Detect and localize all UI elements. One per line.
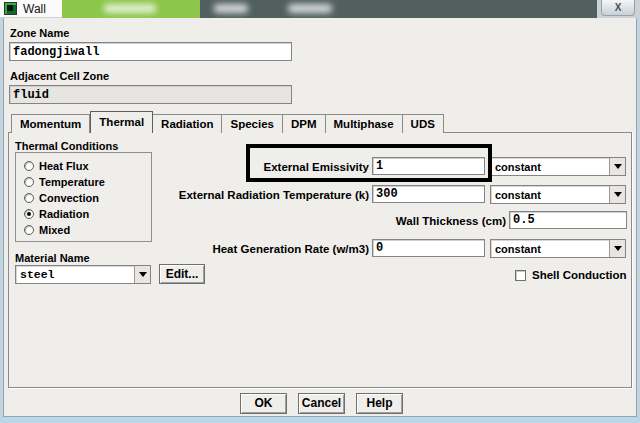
- external-radiation-temperature-method-dropdown[interactable]: constant: [490, 185, 626, 204]
- cancel-button[interactable]: Cancel: [298, 393, 345, 414]
- video-overlay-dark: [200, 0, 597, 19]
- dropdown-arrow-icon[interactable]: [609, 240, 625, 257]
- shell-conduction-checkbox[interactable]: [515, 270, 526, 281]
- tab-species[interactable]: Species: [222, 114, 282, 133]
- blurred-text-blob: [104, 4, 156, 13]
- radio-radiation[interactable]: Radiation: [24, 207, 89, 221]
- dropdown-arrow-icon[interactable]: [134, 266, 150, 283]
- fluent-app-icon: [4, 2, 17, 15]
- window-title: Wall: [23, 2, 46, 16]
- screen: Wall X Zone Name Adjacent Cell Zone Mome…: [0, 0, 640, 423]
- tab-momentum[interactable]: Momentum: [11, 114, 90, 133]
- radio-icon[interactable]: [24, 161, 34, 171]
- title-bar: Wall X: [0, 0, 640, 18]
- external-emissivity-label: External Emissivity: [154, 161, 369, 173]
- tab-multiphase[interactable]: Multiphase: [326, 114, 403, 133]
- blurred-text-blob: [288, 4, 332, 13]
- edit-material-button[interactable]: Edit...: [159, 264, 205, 284]
- thermal-conditions-label: Thermal Conditions: [15, 140, 118, 152]
- tab-uds[interactable]: UDS: [403, 114, 444, 133]
- ok-button[interactable]: OK: [240, 393, 287, 414]
- desktop-edge: [0, 417, 640, 423]
- tab-dpm[interactable]: DPM: [283, 114, 326, 133]
- tab-thermal[interactable]: Thermal: [90, 111, 153, 133]
- external-emissivity-input[interactable]: [372, 157, 485, 175]
- external-radiation-temperature-label: External Radiation Temperature (k): [154, 189, 369, 201]
- radio-icon[interactable]: [24, 225, 34, 235]
- adjacent-cell-zone-label: Adjacent Cell Zone: [10, 70, 109, 82]
- thermal-conditions-group: Heat Flux Temperature Convection Radiati…: [15, 152, 152, 242]
- tab-strip: Momentum Thermal Radiation Species DPM M…: [11, 111, 444, 133]
- shell-conduction-label: Shell Conduction: [532, 269, 627, 281]
- radio-heat-flux[interactable]: Heat Flux: [24, 159, 89, 173]
- shell-conduction-row[interactable]: Shell Conduction: [515, 269, 627, 281]
- dropdown-arrow-icon[interactable]: [609, 186, 625, 203]
- zone-name-label: Zone Name: [10, 27, 69, 39]
- dropdown-arrow-icon[interactable]: [609, 158, 625, 175]
- adjacent-cell-zone-field: [9, 85, 292, 104]
- close-button[interactable]: X: [601, 0, 635, 16]
- wall-dialog: Zone Name Adjacent Cell Zone Momentum Th…: [3, 18, 637, 417]
- radio-icon[interactable]: [24, 177, 34, 187]
- heat-generation-rate-label: Heat Generation Rate (w/m3): [154, 243, 369, 255]
- wall-thickness-input[interactable]: [509, 211, 627, 229]
- heat-generation-rate-method-dropdown[interactable]: constant: [490, 239, 626, 258]
- radio-icon[interactable]: [24, 209, 34, 219]
- material-name-dropdown[interactable]: steel: [15, 265, 151, 284]
- video-overlay-green: [62, 0, 200, 19]
- material-name-label: Material Name: [15, 252, 90, 264]
- close-icon: X: [615, 2, 622, 13]
- radio-convection[interactable]: Convection: [24, 191, 99, 205]
- external-emissivity-method-dropdown[interactable]: constant: [490, 157, 626, 176]
- heat-generation-rate-input[interactable]: [372, 239, 485, 257]
- radio-mixed[interactable]: Mixed: [24, 223, 70, 237]
- radio-temperature[interactable]: Temperature: [24, 175, 105, 189]
- tab-radiation[interactable]: Radiation: [153, 114, 222, 133]
- external-radiation-temperature-input[interactable]: [372, 185, 485, 203]
- wall-thickness-label: Wall Thickness (cm): [306, 215, 506, 227]
- blurred-text-blob: [214, 4, 248, 13]
- radio-icon[interactable]: [24, 193, 34, 203]
- zone-name-input[interactable]: [9, 42, 292, 61]
- help-button[interactable]: Help: [356, 393, 403, 414]
